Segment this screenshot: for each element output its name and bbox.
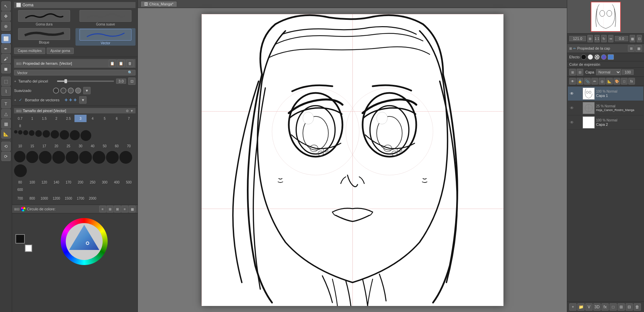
effect-dot-color[interactable] — [601, 54, 606, 60]
layer-icon-color[interactable]: 🎨 — [613, 78, 620, 85]
bs-60[interactable]: 60 — [111, 142, 123, 150]
prop-icon-copy[interactable]: 📋 — [109, 60, 116, 67]
rotation-input[interactable]: 0.0 — [615, 36, 628, 41]
circle-70[interactable] — [80, 130, 91, 141]
manga-canvas[interactable] — [202, 14, 503, 306]
bs-1.5[interactable]: 1.5 — [38, 115, 50, 122]
color-icon-3[interactable]: ⊠ — [114, 206, 121, 212]
layer-folder-btn[interactable]: 📁 — [577, 303, 585, 311]
layer-icon-clip[interactable]: 📎 — [584, 78, 591, 85]
zoom-rotate-icon[interactable]: ↻ — [601, 35, 607, 42]
plus-icon-3[interactable]: + — [73, 97, 76, 103]
layer-vector-btn[interactable]: V — [585, 303, 593, 311]
bs-800[interactable]: 800 — [26, 195, 38, 202]
color-icon-4[interactable]: ≡ — [121, 206, 128, 212]
bs-8[interactable]: 8 — [14, 122, 26, 129]
layer-ctrl-icon2[interactable]: ⊟ — [577, 69, 583, 75]
color-icon-2[interactable]: ⊞ — [107, 206, 113, 212]
bs-40[interactable]: 40 — [87, 142, 99, 150]
bs-250[interactable]: 250 — [87, 178, 99, 186]
bs-100[interactable]: 100 — [26, 178, 38, 186]
bs-0.7[interactable]: 0.7 — [14, 115, 26, 122]
layer-item-hoja[interactable]: 👁 25 % Normal Hoja_Canon_Rostro_Manga — [568, 101, 643, 115]
brush-size-panel-icon3[interactable]: ▼ — [130, 109, 133, 113]
bs-140[interactable]: 140 — [50, 178, 62, 186]
tool-select[interactable]: ⬚ — [1, 76, 11, 86]
circle-100[interactable] — [26, 151, 38, 163]
color-wheel-container[interactable] — [33, 215, 136, 268]
color-icon-5[interactable]: ▦ — [129, 206, 136, 212]
circle-170[interactable] — [66, 151, 78, 164]
layer-eye-capa2[interactable]: 👁 — [569, 120, 575, 125]
canvas-tab-item[interactable]: 🖼 Chica_Manga* — [141, 1, 177, 7]
tool-brush[interactable]: 🖌 — [1, 54, 11, 63]
layer-duplicate-btn[interactable]: ⊟ — [626, 303, 633, 311]
tool-extra2[interactable]: ⟳ — [1, 152, 11, 161]
layer-eye-capa1[interactable]: 👁 — [569, 91, 575, 96]
bs-2[interactable]: 2 — [50, 115, 62, 122]
opacity-input[interactable]: 100 — [622, 69, 634, 75]
effect-dot-white[interactable] — [588, 54, 593, 60]
eraser-multilayer-btn[interactable]: Capas múltiples — [14, 48, 45, 54]
eraser-soft-item[interactable]: Goma suave — [75, 10, 136, 26]
foreground-color[interactable] — [15, 234, 25, 244]
tool-gradient[interactable]: ▦ — [1, 119, 11, 128]
tool-cursor[interactable]: ↖ — [1, 1, 11, 11]
eraser-block-item[interactable]: Bloque — [14, 28, 74, 46]
layer-icon-fx[interactable]: fx — [628, 78, 635, 85]
bs-50[interactable]: 50 — [99, 142, 111, 150]
tool-lasso[interactable]: ⌇ — [1, 87, 11, 96]
layer-icon-mask[interactable]: □ — [621, 78, 628, 85]
bs-2000[interactable]: 2000 — [87, 195, 99, 202]
bs-1000[interactable]: 1000 — [38, 195, 50, 202]
bs-7[interactable]: 7 — [123, 115, 135, 122]
background-color[interactable] — [25, 245, 32, 252]
smoothing-dot-4[interactable] — [75, 88, 81, 94]
bs-600[interactable]: 600 — [14, 186, 26, 193]
eraser-hard-item[interactable]: Goma dura — [14, 10, 74, 26]
layer-item-capa2[interactable]: 👁 100 % Normal Capa 2 — [568, 115, 643, 130]
zoom-100-icon[interactable]: 1:1 — [594, 35, 600, 42]
bs-20[interactable]: 20 — [50, 142, 62, 150]
circle-10[interactable] — [14, 130, 17, 134]
tool-move[interactable]: ✥ — [1, 11, 11, 21]
layer-merge-btn[interactable]: ⊞ — [618, 303, 625, 311]
prop-search-icon[interactable]: 🔍 — [128, 70, 132, 75]
bs-5[interactable]: 5 — [99, 115, 111, 122]
brush-size-slider[interactable] — [57, 81, 114, 82]
bs-1[interactable]: 1 — [26, 115, 38, 122]
bs-700[interactable]: 700 — [14, 195, 26, 202]
bs-300[interactable]: 300 — [99, 178, 111, 186]
eraser-vector-item[interactable]: Vector — [75, 28, 136, 46]
circle-80[interactable] — [14, 151, 25, 162]
zoom-extra2[interactable]: ⊡ — [637, 35, 642, 42]
circle-25[interactable] — [35, 130, 42, 137]
tool-eraser[interactable]: ⬜ — [1, 34, 11, 43]
effect-dot-blue[interactable] — [608, 54, 614, 60]
tool-fill[interactable]: ◼ — [1, 64, 11, 73]
layer-effect-btn[interactable]: fx — [601, 303, 609, 311]
zoom-input[interactable]: 121.0 — [569, 36, 586, 41]
layer-icon-ruler[interactable]: 📐 — [606, 78, 613, 85]
circle-250[interactable] — [93, 151, 105, 164]
bs-15[interactable]: 15 — [26, 142, 38, 150]
layer-eye-hoja[interactable]: 👁 — [569, 105, 575, 111]
circle-17[interactable] — [23, 130, 28, 135]
circle-15[interactable] — [18, 130, 22, 135]
plus-icon-2[interactable]: + — [69, 97, 72, 103]
layer-add-btn[interactable]: + — [569, 303, 577, 311]
smoothing-arrow[interactable]: ▼ — [83, 87, 91, 94]
tool-shape[interactable]: △ — [1, 109, 11, 118]
vector-eraser-check[interactable]: ✓ — [19, 98, 22, 102]
layer-3d-btn[interactable]: 3D — [593, 303, 601, 311]
circle-300[interactable] — [106, 151, 119, 164]
color-icon-1[interactable]: ≡ — [99, 206, 106, 212]
zoom-flip-icon[interactable]: ⇔ — [608, 35, 614, 42]
brush-size-panel-icon2[interactable]: ⚙ — [126, 109, 129, 113]
tool-zoom[interactable]: ⊕ — [1, 21, 11, 31]
eraser-adjust-btn[interactable]: Ajustar goma — [47, 48, 74, 54]
brush-size-thumb[interactable] — [64, 79, 67, 83]
layer-item-capa1[interactable]: 👁 100 % Normal Capa 1 — [568, 87, 643, 101]
layer-delete-btn[interactable]: 🗑 — [634, 303, 641, 311]
prop-icon-paste[interactable]: 📋 — [117, 60, 125, 67]
